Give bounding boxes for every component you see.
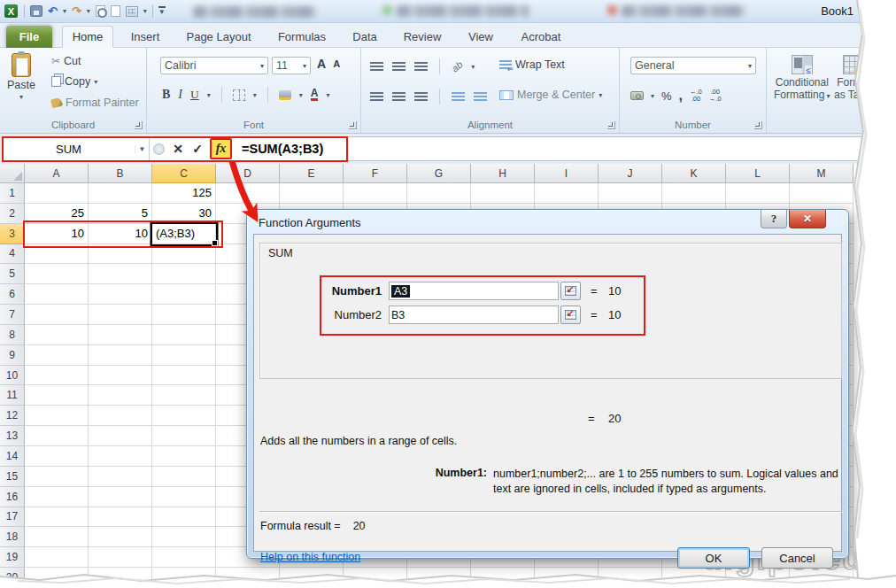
cell-F20[interactable] [344,568,407,588]
number-dialog-launcher-icon[interactable] [754,121,762,129]
font-dialog-launcher-icon[interactable] [349,121,357,129]
cell-A15[interactable] [25,467,89,487]
cell-E20[interactable] [280,568,344,588]
cell-B17[interactable] [89,507,152,528]
tab-review[interactable]: Review [395,26,450,48]
copy-dropdown-icon[interactable]: ▾ [94,78,97,86]
cell-C7[interactable] [152,305,216,325]
cell-B7[interactable] [89,305,152,325]
cell-B16[interactable] [89,487,152,507]
cell-B2[interactable]: 5 [89,204,152,224]
cell-C16[interactable] [152,487,216,507]
cell-B3[interactable]: 10 [89,224,152,244]
underline-dropdown-icon[interactable]: ▾ [207,91,211,99]
cell-C20[interactable] [152,568,216,588]
tab-file[interactable]: File [6,26,52,48]
row-header-14[interactable]: 14 [0,446,25,467]
tab-data[interactable]: Data [344,26,386,48]
name-box-dropdown-icon[interactable]: ▼ [135,145,149,153]
ok-button[interactable]: OK [677,547,750,569]
alignment-dialog-launcher-icon[interactable] [607,121,615,129]
cell-A11[interactable] [25,385,89,406]
row-header-17[interactable]: 17 [0,507,25,528]
cell-A4[interactable] [25,244,89,265]
tab-view[interactable]: View [459,26,503,48]
cell-B6[interactable] [89,284,152,305]
cell-C5[interactable] [152,264,216,284]
cell-B9[interactable] [89,345,152,366]
borders-icon[interactable] [233,89,245,101]
row-header-19[interactable]: 19 [0,547,25,568]
enter-button[interactable]: ✓ [188,142,207,156]
align-center-icon[interactable] [392,92,406,101]
cell-A9[interactable] [25,345,89,366]
print-preview-icon[interactable] [96,5,105,17]
cell-C1[interactable]: 125 [152,183,216,204]
cell-B18[interactable] [89,527,152,547]
cell-A18[interactable] [25,527,89,547]
align-middle-icon[interactable] [392,62,406,71]
column-header-B[interactable]: B [89,164,152,183]
cell-M1[interactable] [790,183,854,204]
fill-color-icon[interactable] [279,90,291,100]
cell-B8[interactable] [89,325,152,345]
cell-C12[interactable] [152,406,216,426]
font-color-icon[interactable]: A [311,89,319,101]
column-header-H[interactable]: H [471,164,535,183]
cell-D20[interactable] [216,568,280,588]
column-header-I[interactable]: I [535,164,599,183]
column-header-M[interactable]: M [790,164,854,183]
percent-style-button[interactable]: % [661,89,672,103]
new-document-icon[interactable] [111,5,120,17]
tab-page-layout[interactable]: Page Layout [177,26,260,48]
increase-indent-icon[interactable] [474,92,487,101]
column-header-E[interactable]: E [280,164,344,183]
decrease-decimal-button[interactable]: .00 →.0 [709,89,722,103]
cell-C13[interactable] [152,426,216,446]
cell-C9[interactable] [152,345,216,366]
number-format-combobox[interactable]: General ▾ [630,57,756,74]
copy-button[interactable]: Copy ▾ [51,75,97,88]
cell-C3[interactable]: (A3;B3) [152,224,216,244]
cell-C17[interactable] [152,507,216,528]
accounting-dropdown-icon[interactable]: ▾ [651,92,654,100]
cell-C15[interactable] [152,467,216,487]
cell-B15[interactable] [89,467,152,487]
align-bottom-icon[interactable] [414,62,428,71]
cell-B1[interactable] [89,183,152,204]
insert-function-button[interactable]: fx [210,138,232,159]
font-size-combobox[interactable]: 11 ▾ [272,57,311,74]
tab-insert[interactable]: Insert [122,26,168,48]
column-header-G[interactable]: G [407,164,471,183]
row-header-5[interactable]: 5 [0,264,25,284]
row-header-6[interactable]: 6 [0,284,25,305]
row-header-15[interactable]: 15 [0,467,25,487]
row-header-13[interactable]: 13 [0,426,25,446]
cell-C14[interactable] [152,446,216,467]
cell-C19[interactable] [152,547,216,568]
cell-H1[interactable] [471,183,535,204]
cell-H20[interactable] [471,568,535,588]
cancel-button[interactable]: Cancel [761,547,833,569]
table-dropdown-icon[interactable]: ▾ [143,7,147,15]
paste-dropdown-icon[interactable]: ▾ [19,93,23,101]
cell-D1[interactable] [216,183,280,204]
cell-I20[interactable] [535,568,599,588]
orientation-dropdown-icon[interactable]: ▾ [471,63,475,71]
row-header-11[interactable]: 11 [0,385,25,406]
underline-button[interactable]: U [190,88,199,102]
cell-J20[interactable] [599,568,662,588]
cell-C2[interactable]: 30 [152,204,216,224]
cell-C8[interactable] [152,325,216,345]
column-header-A[interactable]: A [25,164,89,183]
customize-toolbar-icon[interactable]: ▼ [158,6,166,16]
cell-A13[interactable] [25,426,89,446]
cell-G20[interactable] [407,568,471,588]
cell-B11[interactable] [89,385,152,406]
cell-C6[interactable] [152,284,216,305]
redo-dropdown-icon[interactable]: ▾ [87,7,90,15]
borders-dropdown-icon[interactable]: ▾ [253,91,257,99]
cell-A12[interactable] [25,406,89,426]
column-header-F[interactable]: F [344,164,407,183]
excel-logo-icon[interactable]: X [4,4,19,19]
